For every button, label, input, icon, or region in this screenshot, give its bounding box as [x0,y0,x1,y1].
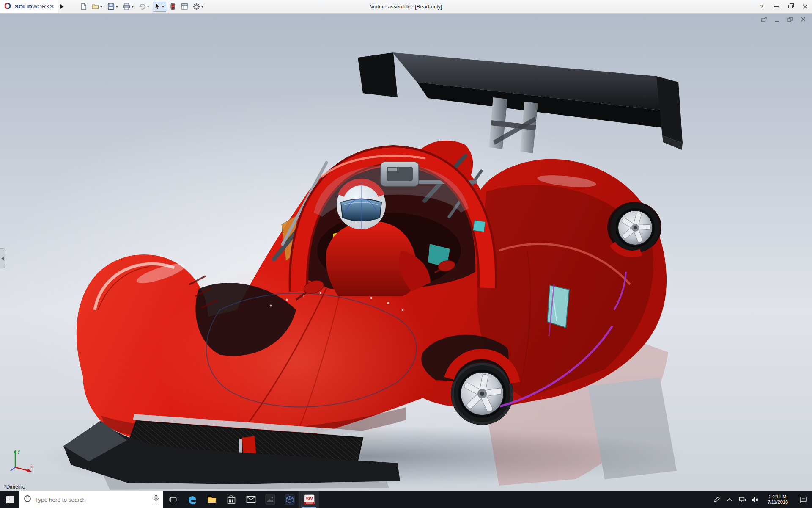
options-button[interactable] [191,2,206,12]
taskbar-app-solidworks[interactable]: SW [299,491,319,508]
options-gear-icon [193,3,200,10]
solidworks-app-icon: SW [304,494,315,505]
restore-button[interactable] [783,0,798,13]
rebuild-button[interactable] [167,2,178,12]
save-dropdown-caret[interactable] [115,6,118,8]
close-window-icon[interactable] [799,16,807,22]
volume-button[interactable] [749,491,761,508]
select-dropdown-caret[interactable] [162,6,165,8]
file-properties-icon [181,3,188,10]
save-button[interactable] [106,2,120,12]
search-circle-icon [24,495,31,504]
triad-y-label: y [18,449,20,454]
photos-app-icon [265,494,275,505]
close-icon [803,4,807,9]
solidworks-logo: SOLIDWORKS [0,0,58,13]
graphics-area[interactable]: y x *Dimetric [0,14,812,491]
undo-dropdown-caret[interactable] [147,6,150,8]
taskbar-search [19,491,163,508]
mail-icon [246,496,256,503]
file-properties-button[interactable] [179,2,190,12]
view-orientation-label: *Dimetric [4,484,25,490]
document-window-controls [760,16,807,22]
minimize-button[interactable] [769,0,783,13]
search-input[interactable] [35,497,149,503]
taskbar-app-edge[interactable] [183,491,202,508]
collapse-panel-arrow-icon [1,257,4,260]
print-button[interactable] [121,2,136,12]
select-button[interactable] [153,2,166,12]
orientation-triad[interactable]: y x [8,447,36,474]
windows-start-icon [6,496,14,503]
new-document-button[interactable] [78,2,89,12]
rebuild-icon [169,3,176,10]
collapse-panel-tab[interactable] [0,248,5,268]
triad-x-label: x [30,464,33,469]
new-document-icon [80,3,87,10]
file-explorer-icon [207,494,217,505]
volume-icon [752,497,759,503]
network-button[interactable] [736,491,749,508]
minimize-icon [774,6,779,7]
open-dropdown-caret[interactable] [100,6,103,8]
restore-window-icon[interactable] [786,16,794,22]
network-icon [739,497,746,503]
standard-toolbar [78,2,206,12]
task-view-button[interactable] [163,491,183,508]
close-button[interactable] [798,0,812,13]
hidden-icons-caret-icon [727,498,732,501]
ink-workspace-button[interactable] [710,491,723,508]
taskbar-app-mail[interactable] [241,491,261,508]
action-center-icon [800,496,807,503]
clock-date: 7/11/2018 [768,500,788,505]
ink-workspace-icon [713,496,720,503]
print-dropdown-caret[interactable] [131,6,134,8]
media-app-icon [285,494,295,505]
brand-name: SOLIDWORKS [15,3,54,10]
minimize-window-icon[interactable] [773,16,781,22]
start-button[interactable] [0,491,19,508]
select-cursor-icon [154,3,161,10]
undock-window-icon[interactable] [760,16,768,22]
taskbar-app-photos[interactable] [261,491,280,508]
clock-time: 2:24 PM [769,494,787,500]
taskbar: SW [0,491,812,508]
taskbar-app-file-explorer[interactable] [202,491,222,508]
expand-menubar-arrow-icon[interactable] [58,0,66,13]
race-car-model[interactable] [0,14,812,491]
open-button[interactable] [90,2,104,12]
undo-icon [139,3,146,10]
open-folder-icon [92,3,99,10]
options-dropdown-caret[interactable] [201,6,204,8]
front-wheel[interactable] [449,354,515,425]
rear-wing[interactable] [358,52,683,153]
store-icon [227,495,236,505]
window-title: Voiture assemblee [Read-only] [370,4,442,10]
restore-icon [788,5,793,8]
print-icon [123,3,130,10]
taskbar-app-media[interactable] [280,491,299,508]
taskbar-clock[interactable]: 2:24 PM 7/11/2018 [761,491,794,508]
titlebar: SOLIDWORKS [0,0,812,14]
hidden-icons-button[interactable] [723,491,736,508]
edge-icon [187,494,198,505]
svg-text:SW: SW [306,496,313,501]
taskbar-app-store[interactable] [222,491,241,508]
task-view-icon [169,496,177,503]
help-button[interactable]: ? [754,0,769,13]
dassault-systemes-logo-icon [3,2,13,11]
undo-button[interactable] [137,2,151,12]
solidworks-window: SOLIDWORKS [0,0,812,508]
microphone-icon[interactable] [153,495,159,504]
system-tray: 2:24 PM 7/11/2018 [710,491,812,508]
save-icon [107,3,115,10]
action-center-button[interactable] [794,491,812,508]
window-controls: ? [754,0,812,13]
